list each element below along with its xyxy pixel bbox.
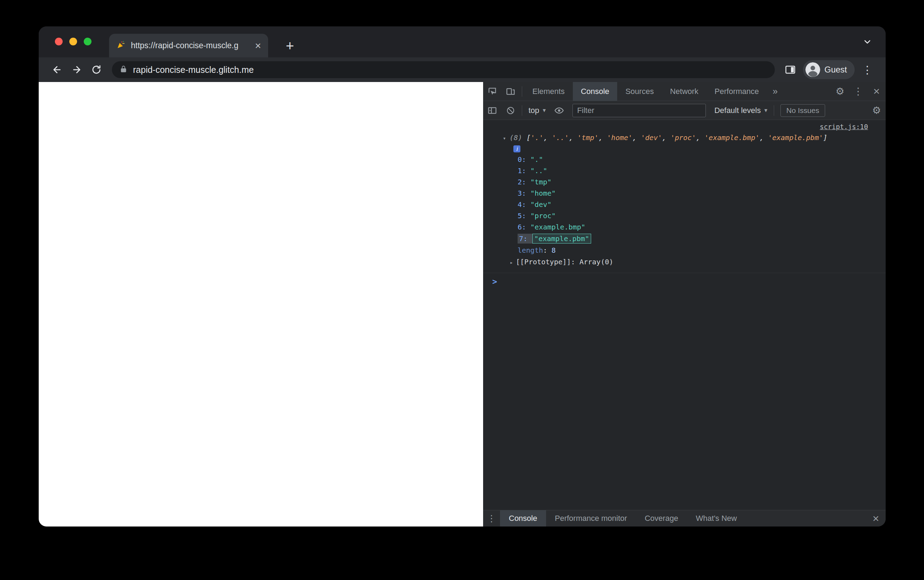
devtools-tab-sources[interactable]: Sources xyxy=(617,82,662,101)
log-levels-dropdown[interactable]: Default levels▾ xyxy=(710,106,772,115)
traffic-lights xyxy=(55,38,92,45)
devtools-settings-gear-icon[interactable]: ⚙ xyxy=(831,82,849,101)
devtools-tab-console[interactable]: Console xyxy=(573,82,618,101)
devtools-tab-network[interactable]: Network xyxy=(662,82,707,101)
tab-close-icon[interactable]: × xyxy=(255,41,261,51)
profile-label: Guest xyxy=(824,65,847,75)
console-message: script.js:10 ▾(8) ['.', '..', 'tmp', 'ho… xyxy=(483,120,886,273)
live-expression-eye-icon[interactable] xyxy=(550,101,568,120)
reload-button[interactable] xyxy=(87,60,106,79)
more-tabs-button[interactable]: » xyxy=(767,86,783,97)
array-length-row: length: 8 xyxy=(483,245,886,256)
devtools-tabs: ElementsConsoleSourcesNetworkPerformance xyxy=(524,82,767,101)
back-button[interactable] xyxy=(47,60,67,79)
profile-chip[interactable]: Guest xyxy=(803,60,855,79)
tab-title: https://rapid-concise-muscle.g xyxy=(131,41,249,50)
drawer-tab-coverage[interactable]: Coverage xyxy=(636,510,687,527)
info-icon: i xyxy=(513,145,520,152)
drawer-tab-console[interactable]: Console xyxy=(500,510,546,527)
close-window-button[interactable] xyxy=(55,38,62,45)
devtools-top-bar: ElementsConsoleSourcesNetworkPerformance… xyxy=(483,82,886,101)
page-content[interactable] xyxy=(39,82,483,527)
forward-button[interactable] xyxy=(67,60,87,79)
array-entry-4: 4: "dev" xyxy=(483,199,886,210)
minimize-window-button[interactable] xyxy=(69,38,77,45)
array-entry-1: 1: ".." xyxy=(483,165,886,176)
browser-menu-kebab-icon[interactable]: ⋮ xyxy=(858,60,877,79)
inspect-element-icon[interactable] xyxy=(483,82,501,101)
devtools-panel: ElementsConsoleSourcesNetworkPerformance… xyxy=(483,82,886,527)
divider xyxy=(774,105,774,116)
console-output: script.js:10 ▾(8) ['.', '..', 'tmp', 'ho… xyxy=(483,120,886,510)
prototype-row: ▸[[Prototype]]: Array(0) xyxy=(483,256,886,269)
array-entry-6: 6: "example.bmp" xyxy=(483,221,886,232)
array-entry-0: 0: "." xyxy=(483,154,886,165)
console-sidebar-icon[interactable] xyxy=(483,101,501,120)
console-toolbar: top▾ Default levels▾ No Issues ⚙ xyxy=(483,101,886,120)
drawer-tab-performance-monitor[interactable]: Performance monitor xyxy=(546,510,636,527)
drawer-menu-kebab-icon[interactable]: ⋮ xyxy=(483,513,500,524)
divider xyxy=(522,86,522,97)
array-log-line: ▾(8) ['.', '..', 'tmp', 'home', 'dev', '… xyxy=(483,132,886,144)
url-text: rapid-concise-muscle.glitch.me xyxy=(133,65,254,75)
array-entry-5: 5: "proc" xyxy=(483,210,886,221)
new-tab-button[interactable]: + xyxy=(281,36,299,55)
drawer-tabs: ConsolePerformance monitorCoverageWhat's… xyxy=(500,510,746,527)
browser-toolbar: rapid-concise-muscle.glitch.me Guest ⋮ xyxy=(39,58,886,82)
chevron-down-icon: ▾ xyxy=(764,107,768,114)
prompt-chevron-icon: > xyxy=(492,277,497,286)
console-input[interactable] xyxy=(503,277,886,287)
array-preview: (8) ['.', '..', 'tmp', 'home', 'dev', 'p… xyxy=(510,133,827,142)
issues-counter[interactable]: No Issues xyxy=(781,104,825,117)
console-prompt: > xyxy=(483,273,886,290)
devtools-drawer: ⋮ ConsolePerformance monitorCoverageWhat… xyxy=(483,510,886,527)
zoom-window-button[interactable] xyxy=(84,38,92,45)
desktop-background: https://rapid-concise-muscle.g × + xyxy=(0,0,924,580)
avatar-icon xyxy=(806,62,820,77)
address-bar[interactable]: rapid-concise-muscle.glitch.me xyxy=(112,61,775,78)
drawer-close-icon[interactable]: × xyxy=(866,512,886,525)
devtools-menu-kebab-icon[interactable]: ⋮ xyxy=(849,82,867,101)
expand-triangle-icon[interactable]: ▸ xyxy=(510,259,513,266)
side-panel-button[interactable] xyxy=(781,60,800,79)
lock-icon[interactable] xyxy=(120,65,127,75)
tab-search-chevron-icon[interactable] xyxy=(862,37,872,48)
devtools-tab-performance[interactable]: Performance xyxy=(707,82,767,101)
javascript-context-dropdown[interactable]: top▾ xyxy=(524,106,550,115)
collapse-triangle-icon[interactable]: ▾ xyxy=(503,133,506,144)
browser-tab[interactable]: https://rapid-concise-muscle.g × xyxy=(109,34,268,58)
array-entries: 0: "."1: ".."2: "tmp"3: "home"4: "dev"5:… xyxy=(483,154,886,245)
drawer-tab-what-s-new[interactable]: What's New xyxy=(687,510,746,527)
devtools-close-icon[interactable]: × xyxy=(867,82,886,101)
array-entry-2: 2: "tmp" xyxy=(483,176,886,188)
array-entry-3: 3: "home" xyxy=(483,188,886,199)
window-content: ElementsConsoleSourcesNetworkPerformance… xyxy=(39,82,886,527)
array-entry-7: 7: "example.pbm" xyxy=(483,232,886,245)
divider xyxy=(522,105,522,116)
console-settings-gear-icon[interactable]: ⚙ xyxy=(867,101,886,120)
source-location-link[interactable]: script.js:10 xyxy=(820,123,868,130)
device-toolbar-icon[interactable] xyxy=(501,82,520,101)
tab-strip: https://rapid-concise-muscle.g × + xyxy=(39,26,886,58)
chevron-down-icon: ▾ xyxy=(543,107,546,114)
clear-console-icon[interactable] xyxy=(501,101,520,120)
devtools-tab-elements[interactable]: Elements xyxy=(524,82,573,101)
party-popper-favicon-icon xyxy=(116,41,125,51)
filter-input[interactable] xyxy=(572,104,706,117)
browser-window: https://rapid-concise-muscle.g × + xyxy=(39,26,886,527)
